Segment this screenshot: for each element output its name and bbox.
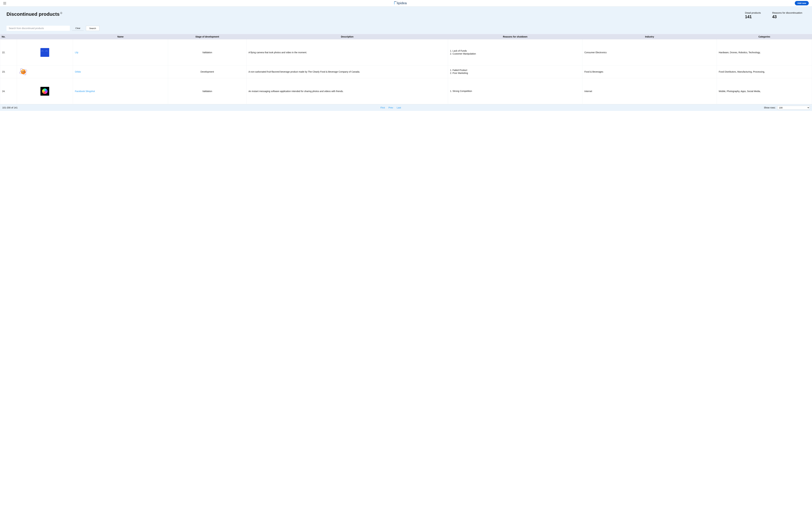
- search-button[interactable]: Search: [86, 26, 99, 31]
- th-industry[interactable]: Industry: [582, 34, 717, 40]
- cell-description: A non-carbonated fruit-flavored beverage…: [246, 65, 448, 78]
- pagination-bar: 101-200 of 141 First Prev Last Show rows…: [0, 104, 812, 111]
- reason-item: Failed Product: [450, 69, 580, 71]
- reason-item: Lack of Funds: [450, 49, 580, 52]
- cell-description: An instant messaging software applicatio…: [246, 78, 448, 104]
- clear-button[interactable]: Clear: [72, 26, 84, 31]
- reasons-list: Lack of FundsCustomer Manipulation: [450, 49, 580, 55]
- table-container: No. Name Stage of development Descriptio…: [0, 34, 812, 104]
- product-logo: orbitz: [19, 68, 28, 76]
- brand-mark-icon: [394, 1, 396, 4]
- stat-reasons: Reasons for discontinuation 43: [772, 11, 802, 19]
- page-title: Discontinued products i: [6, 11, 62, 17]
- brand-text: lipidea: [397, 1, 407, 5]
- cell-industry: Food & Beverages: [582, 65, 717, 78]
- pager-last[interactable]: Last: [397, 106, 401, 109]
- stat-dead-products: Dead products 141: [745, 11, 761, 19]
- cell-no: 24.: [0, 78, 17, 104]
- add-new-button[interactable]: Add new: [795, 1, 809, 5]
- cell-stage: Validation: [168, 40, 247, 65]
- search-row: Clear Search: [6, 26, 806, 31]
- cell-logo: ⌒⌒: [17, 40, 73, 65]
- cell-reasons: Lack of FundsCustomer Manipulation: [448, 40, 582, 65]
- hamburger-menu-icon[interactable]: [3, 2, 6, 4]
- stat-value: 141: [745, 14, 761, 19]
- cell-logo: orbitz: [17, 65, 73, 78]
- pagination-range: 101-200 of 141: [2, 106, 17, 109]
- cell-categories: Food Distributors, Manufacturing, Proces…: [717, 65, 812, 78]
- stats-container: Dead products 141 Reasons for discontinu…: [745, 11, 806, 19]
- hero-section: Discontinued products i Dead products 14…: [0, 6, 812, 34]
- topbar: lipidea Add new: [0, 0, 812, 6]
- table-row: 24.Facebook SlingshotValidationAn instan…: [0, 78, 812, 104]
- show-rows-label: Show rows:: [764, 106, 775, 109]
- cell-industry: Consumer Electronics: [582, 40, 717, 65]
- product-name-link[interactable]: Lily: [75, 51, 78, 54]
- th-name[interactable]: Name: [73, 34, 168, 40]
- reason-item: Customer Manipulation: [450, 53, 580, 55]
- cell-logo: [17, 78, 73, 104]
- cell-stage: Validation: [168, 78, 247, 104]
- brand-logo[interactable]: lipidea: [394, 1, 407, 5]
- th-no[interactable]: No.: [0, 34, 17, 40]
- product-name-link[interactable]: Orbitz: [75, 71, 81, 73]
- product-logo: [41, 87, 49, 96]
- table-row: 23.orbitzOrbitzDevelopmentA non-carbonat…: [0, 65, 812, 78]
- th-description[interactable]: Description: [246, 34, 448, 40]
- cell-name: Facebook Slingshot: [73, 78, 168, 104]
- reasons-list: Failed ProductPoor Marketing: [450, 69, 580, 74]
- cell-categories: Mobile, Photography, Apps, Social Media,: [717, 78, 812, 104]
- page-title-text: Discontinued products: [6, 11, 60, 17]
- rows-per-page: Show rows: 100: [764, 106, 810, 109]
- pager: First Prev Last: [380, 106, 401, 109]
- cell-reasons: Failed ProductPoor Marketing: [448, 65, 582, 78]
- table-row: 22.⌒⌒LilyValidationA flying camera that …: [0, 40, 812, 65]
- cell-no: 22.: [0, 40, 17, 65]
- cell-industry: Internet: [582, 78, 717, 104]
- pager-prev[interactable]: Prev: [389, 106, 393, 109]
- th-stage[interactable]: Stage of development: [168, 34, 247, 40]
- table-header-row: No. Name Stage of development Descriptio…: [0, 34, 812, 40]
- th-categories[interactable]: Categories: [717, 34, 812, 40]
- product-logo: ⌒⌒: [41, 48, 49, 57]
- reasons-list: Strong Competition: [450, 90, 580, 92]
- pager-first[interactable]: First: [380, 106, 385, 109]
- cell-reasons: Strong Competition: [448, 78, 582, 104]
- stat-label: Dead products: [745, 11, 761, 14]
- products-table: No. Name Stage of development Descriptio…: [0, 34, 812, 104]
- cell-stage: Development: [168, 65, 247, 78]
- cell-name: Orbitz: [73, 65, 168, 78]
- stat-label: Reasons for discontinuation: [772, 11, 802, 14]
- th-reasons[interactable]: Reasons for shutdown: [448, 34, 582, 40]
- reason-item: Poor Marketing: [450, 72, 580, 74]
- stat-value: 43: [772, 14, 802, 19]
- reason-item: Strong Competition: [450, 90, 580, 92]
- cell-description: A flying camera that took photos and vid…: [246, 40, 448, 65]
- info-icon[interactable]: i: [60, 12, 62, 14]
- rows-select[interactable]: 100: [777, 106, 810, 109]
- cell-no: 23.: [0, 65, 17, 78]
- search-input[interactable]: [6, 26, 70, 31]
- cell-name: Lily: [73, 40, 168, 65]
- cell-categories: Hardware, Drones, Robotics, Technology,: [717, 40, 812, 65]
- th-logo: [17, 34, 73, 40]
- product-name-link[interactable]: Facebook Slingshot: [75, 90, 95, 92]
